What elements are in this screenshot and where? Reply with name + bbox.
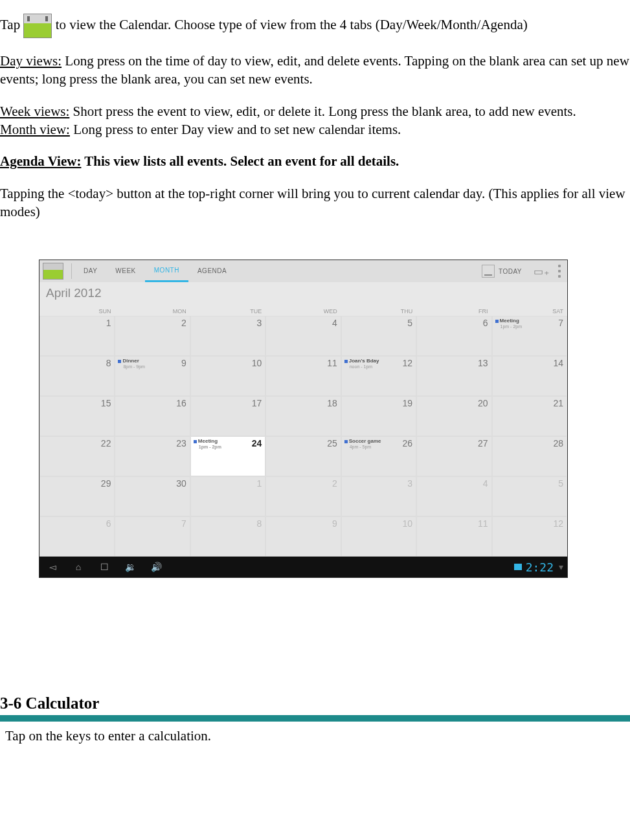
text: Short press the event to view, edit, or … (69, 104, 576, 119)
day-number: 22 (101, 438, 111, 448)
calendar-cell[interactable]: 16 (115, 396, 190, 436)
back-icon[interactable]: ◅ (39, 562, 65, 572)
calendar-cell[interactable]: 8 (39, 356, 115, 396)
calendar-cell[interactable]: 29 (39, 476, 115, 516)
weekday-header: SUNMONTUEWEDTHUFRISAT (39, 307, 567, 316)
divider (71, 263, 72, 279)
calendar-cell[interactable]: 6 (416, 316, 491, 356)
today-button[interactable]: TODAY (499, 268, 522, 275)
text: This view lists all events. Select an ev… (81, 153, 399, 169)
calendar-cell[interactable]: 1 (39, 316, 115, 356)
weekday-label: FRI (416, 307, 491, 316)
calendar-cell[interactable]: 3 (341, 476, 416, 516)
calendar-cell[interactable]: 26Soccer game4pm - 5pm (341, 436, 416, 476)
calendar-cell[interactable]: 20 (416, 396, 491, 436)
calendar-cell[interactable]: 11 (265, 356, 341, 396)
calendar-cell[interactable]: 15 (39, 396, 115, 436)
calendar-cell[interactable]: 12Joan's Bdaynoon - 1pm (341, 356, 416, 396)
weekviews-label: Week views: (0, 104, 69, 119)
calendar-cell[interactable]: 1 (190, 476, 265, 516)
calendar-event[interactable]: Dinner8pm - 9pm (118, 359, 144, 369)
tab-day[interactable]: DAY (74, 260, 106, 282)
text: Tap (0, 17, 23, 32)
month-label: April 2012 (39, 282, 567, 307)
calendar-event[interactable]: Meeting1pm - 2pm (194, 439, 221, 449)
weekday-label: THU (341, 307, 416, 316)
calendar-cell[interactable]: 4 (265, 316, 341, 356)
calendar-cell[interactable]: 25 (265, 436, 341, 476)
calendar-cell[interactable]: 9Dinner8pm - 9pm (115, 356, 190, 396)
calendar-cell[interactable]: 23 (115, 436, 190, 476)
calendar-cell[interactable]: 10 (190, 356, 265, 396)
day-number: 19 (403, 398, 413, 408)
tab-agenda[interactable]: AGENDA (188, 260, 236, 282)
day-number: 6 (483, 318, 488, 328)
calendar-cell[interactable]: 4 (416, 476, 491, 516)
monthview-label: Month view: (0, 122, 70, 137)
status-clock: 2:22 (526, 560, 554, 574)
tab-week[interactable]: WEEK (106, 260, 144, 282)
calendar-cell[interactable]: 11 (416, 516, 491, 557)
calendar-cell[interactable]: 2 (265, 476, 341, 516)
calendar-cell[interactable]: 28 (492, 436, 567, 476)
calendar-cell[interactable]: 18 (265, 396, 341, 436)
calendar-event[interactable]: Joan's Bdaynoon - 1pm (344, 359, 379, 369)
calendar-cell[interactable]: 5 (341, 316, 416, 356)
day-number: 4 (332, 318, 337, 328)
add-event-icon[interactable]: ▭₊ (534, 265, 549, 278)
sdcard-icon (514, 564, 522, 570)
day-number: 5 (407, 318, 412, 328)
calendar-cell[interactable]: 13 (416, 356, 491, 396)
home-icon[interactable]: ⌂ (65, 562, 91, 572)
volume-down-icon[interactable]: 🔉 (117, 562, 143, 572)
calendar-event[interactable]: Meeting1pm - 2pm (495, 318, 522, 329)
day-number: 5 (558, 478, 563, 489)
day-number: 1 (106, 318, 111, 328)
calendar-event[interactable]: Soccer game4pm - 5pm (344, 439, 381, 449)
volume-up-icon[interactable]: 🔊 (143, 562, 169, 572)
wifi-icon: ▾ (559, 562, 563, 572)
calendar-cell[interactable]: 10 (341, 516, 416, 557)
calendar-cell[interactable]: 7Meeting1pm - 2pm (492, 316, 567, 356)
calendar-cell[interactable]: 22 (39, 436, 115, 476)
calendar-cell[interactable]: 24Meeting1pm - 2pm (190, 436, 265, 476)
day-number: 4 (483, 478, 488, 489)
weekday-label: WED (265, 307, 341, 316)
day-number: 17 (252, 398, 262, 408)
day-number: 30 (176, 478, 186, 489)
calendar-cell[interactable]: 17 (190, 396, 265, 436)
text: Long press on the time of day to view, e… (0, 53, 629, 87)
calendar-cell[interactable]: 14 (492, 356, 567, 396)
weekday-label: TUE (190, 307, 265, 316)
day-number: 7 (558, 318, 563, 328)
section-divider (0, 715, 630, 722)
calendar-cell[interactable]: 2 (115, 316, 190, 356)
calendar-cell[interactable]: 19 (341, 396, 416, 436)
calendar-cell[interactable]: 27 (416, 436, 491, 476)
calendar-app-icon[interactable] (43, 263, 63, 280)
day-number: 11 (478, 518, 488, 529)
today-icon[interactable] (482, 265, 495, 278)
calculator-text: Tap on the keys to enter a calculation. (0, 728, 630, 744)
overflow-menu-icon[interactable] (558, 265, 561, 278)
calendar-cell[interactable]: 7 (115, 516, 190, 557)
weekday-label: MON (115, 307, 190, 316)
calendar-cell[interactable]: 21 (492, 396, 567, 436)
tab-month[interactable]: MONTH (145, 260, 188, 282)
day-number: 29 (101, 478, 111, 489)
calendar-cell[interactable]: 5 (492, 476, 567, 516)
calendar-cell[interactable]: 12 (492, 516, 567, 557)
calendar-cell[interactable]: 3 (190, 316, 265, 356)
day-number: 8 (106, 358, 111, 368)
calendar-cell[interactable]: 6 (39, 516, 115, 557)
recent-apps-icon[interactable]: ☐ (91, 562, 117, 572)
calendar-cell[interactable]: 8 (190, 516, 265, 557)
day-number: 6 (106, 518, 111, 529)
day-number: 25 (327, 438, 337, 448)
calendar-screenshot: DAYWEEKMONTHAGENDA TODAY ▭₊ April 2012 S… (39, 260, 568, 578)
calendar-cell[interactable]: 9 (265, 516, 341, 557)
section-heading: 3-6 Calculator (0, 694, 630, 713)
dayviews-label: Day views: (0, 53, 62, 69)
day-number: 9 (332, 518, 337, 529)
calendar-cell[interactable]: 30 (115, 476, 190, 516)
